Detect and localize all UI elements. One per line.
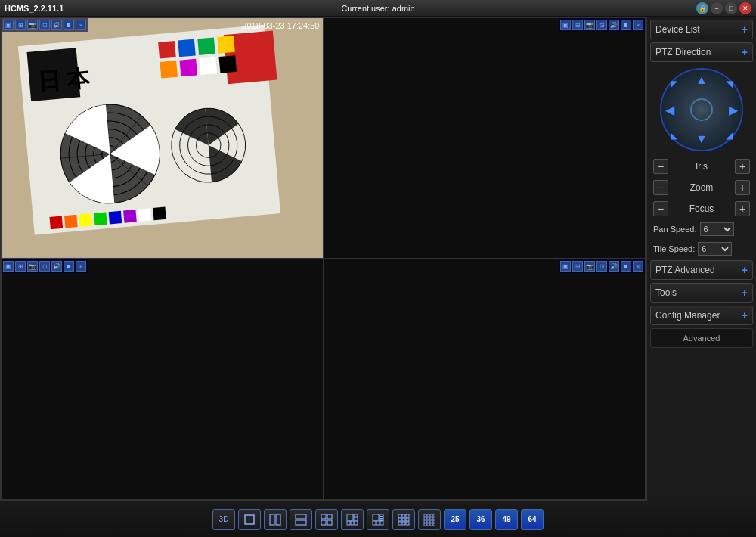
view-2v-button[interactable] xyxy=(290,509,312,530)
close-button[interactable]: ✕ xyxy=(739,2,751,14)
ptz-right-button[interactable]: ▶ xyxy=(729,103,738,117)
tb-btn-br1[interactable]: ▣ xyxy=(560,261,571,272)
view-3d-button[interactable]: 3D xyxy=(212,509,235,530)
svg-rect-54 xyxy=(380,519,383,521)
view-6-button[interactable] xyxy=(341,509,364,530)
advanced-section: Advanced xyxy=(650,328,753,348)
camera-feed: 日 本 2018-03-23 17:24:50 xyxy=(2,18,323,258)
cell-toolbar-tr: ▣ ⊞ 📷 ⊡ 🔊 ⏺ × xyxy=(559,18,645,32)
ptz-left-button[interactable]: ◀ xyxy=(665,103,674,117)
ptz-downleft-button[interactable]: ◣ xyxy=(671,130,677,141)
lock-button[interactable]: 🔒 xyxy=(696,2,708,14)
video-cell-top-left[interactable]: ▣ ⊞ 📷 ⊡ 🔊 ⏺ × HD-IPC xyxy=(1,17,324,259)
tb-btn-br2[interactable]: ⊞ xyxy=(572,261,583,272)
svg-rect-72 xyxy=(427,517,429,520)
tb-btn-2[interactable]: ⊞ xyxy=(15,20,26,30)
svg-rect-56 xyxy=(376,521,380,525)
tb-btn-tr3[interactable]: 📷 xyxy=(584,20,595,30)
username: admin xyxy=(392,4,415,13)
minimize-button[interactable]: − xyxy=(711,2,723,14)
device-list-button[interactable]: Device List + xyxy=(650,20,753,39)
svg-rect-68 xyxy=(427,514,429,517)
tb-btn-tr1[interactable]: ▣ xyxy=(560,20,571,30)
tb-btn-br5[interactable]: 🔊 xyxy=(609,261,619,272)
view-25-button[interactable]: 25 xyxy=(444,509,466,530)
tb-btn-br4[interactable]: ⊡ xyxy=(596,261,607,272)
svg-rect-60 xyxy=(406,514,409,517)
iris-control: − Iris + xyxy=(650,157,753,175)
view-64-button[interactable]: 64 xyxy=(521,509,544,530)
tb-btn-tr4[interactable]: ⊡ xyxy=(596,20,607,30)
video-cell-bottom-right[interactable]: ▣ ⊞ 📷 ⊡ 🔊 ⏺ × xyxy=(324,259,646,500)
view-2h-button[interactable] xyxy=(264,509,287,530)
svg-rect-59 xyxy=(402,514,405,517)
tb-btn-tr5[interactable]: 🔊 xyxy=(609,20,619,30)
svg-rect-69 xyxy=(430,514,432,517)
iris-plus-button[interactable]: + xyxy=(735,159,750,174)
video-cell-top-right[interactable]: ▣ ⊞ 📷 ⊡ 🔊 ⏺ × xyxy=(324,17,646,259)
svg-rect-67 xyxy=(424,514,426,517)
svg-rect-20 xyxy=(79,213,93,227)
tb-btn-4[interactable]: ⊡ xyxy=(39,20,50,30)
svg-rect-81 xyxy=(430,523,432,526)
tools-button[interactable]: Tools + xyxy=(650,283,753,303)
svg-rect-53 xyxy=(380,517,383,519)
ptz-advanced-button[interactable]: PTZ Advanced + xyxy=(650,260,753,280)
video-cell-bottom-left[interactable]: ▣ ⊞ 📷 ⊡ 🔊 ⏺ × xyxy=(1,259,324,500)
ptz-direction-label: PTZ Direction xyxy=(655,47,711,57)
tools-plus-icon: + xyxy=(742,287,748,299)
tb-btn-bl2[interactable]: ⊞ xyxy=(15,261,26,272)
focus-plus-button[interactable]: + xyxy=(735,201,750,216)
pan-speed-select[interactable]: 123 456 78 xyxy=(700,222,734,236)
view-9-button[interactable] xyxy=(392,509,415,530)
view-36-button[interactable]: 36 xyxy=(469,509,492,530)
iris-minus-button[interactable]: − xyxy=(653,159,668,174)
tb-btn-bl7[interactable]: × xyxy=(76,261,86,272)
tb-btn-1[interactable]: ▣ xyxy=(3,20,14,30)
ptz-upright-button[interactable]: ◥ xyxy=(726,79,733,89)
tb-btn-3[interactable]: 📷 xyxy=(27,20,38,30)
current-user-label: Current user: xyxy=(341,4,389,13)
tb-btn-7[interactable]: × xyxy=(76,20,86,30)
zoom-minus-button[interactable]: − xyxy=(653,180,668,195)
view-1-button[interactable] xyxy=(238,509,261,530)
tb-btn-br7[interactable]: × xyxy=(633,261,643,272)
view-49-button[interactable]: 49 xyxy=(495,509,518,530)
svg-rect-25 xyxy=(153,207,166,221)
tb-btn-5[interactable]: 🔊 xyxy=(51,20,62,30)
svg-rect-64 xyxy=(398,522,401,525)
view-16-button[interactable] xyxy=(418,509,441,530)
tb-btn-6[interactable]: ⏺ xyxy=(64,20,74,30)
ptz-direction-button[interactable]: PTZ Direction + xyxy=(650,42,753,62)
ptz-upleft-button[interactable]: ◤ xyxy=(671,79,677,89)
svg-rect-47 xyxy=(354,517,358,520)
view-4-button[interactable] xyxy=(315,509,338,530)
ptz-center[interactable] xyxy=(690,98,713,121)
ptz-downright-button[interactable]: ◢ xyxy=(726,130,733,141)
maximize-button[interactable]: □ xyxy=(725,2,737,14)
svg-rect-73 xyxy=(430,517,432,520)
svg-rect-41 xyxy=(321,514,326,519)
zoom-plus-button[interactable]: + xyxy=(735,180,750,195)
tb-btn-bl4[interactable]: ⊡ xyxy=(39,261,50,272)
ptz-up-button[interactable]: ▲ xyxy=(696,73,708,87)
config-manager-button[interactable]: Config Manager + xyxy=(650,306,753,325)
tb-btn-bl3[interactable]: 📷 xyxy=(27,261,38,272)
tb-btn-br3[interactable]: 📷 xyxy=(584,261,595,272)
tile-speed-select[interactable]: 123 456 78 xyxy=(698,242,732,256)
tb-btn-br6[interactable]: ⏺ xyxy=(621,261,631,272)
tb-btn-bl5[interactable]: 🔊 xyxy=(51,261,62,272)
view-8-button[interactable] xyxy=(367,509,389,530)
tb-btn-bl1[interactable]: ▣ xyxy=(3,261,14,272)
svg-rect-70 xyxy=(433,514,435,517)
tile-speed-label: Tile Speed: xyxy=(653,244,695,253)
ptz-down-button[interactable]: ▼ xyxy=(696,132,708,146)
tb-btn-tr2[interactable]: ⊞ xyxy=(572,20,583,30)
svg-rect-66 xyxy=(406,522,409,525)
tb-btn-tr7[interactable]: × xyxy=(633,20,643,30)
focus-minus-button[interactable]: − xyxy=(653,201,668,216)
focus-control: − Focus + xyxy=(650,200,753,218)
cell-toolbar-bl-left: ▣ ⊞ 📷 ⊡ 🔊 ⏺ × xyxy=(2,259,88,273)
tb-btn-bl6[interactable]: ⏺ xyxy=(64,261,74,272)
tb-btn-tr6[interactable]: ⏺ xyxy=(621,20,631,30)
